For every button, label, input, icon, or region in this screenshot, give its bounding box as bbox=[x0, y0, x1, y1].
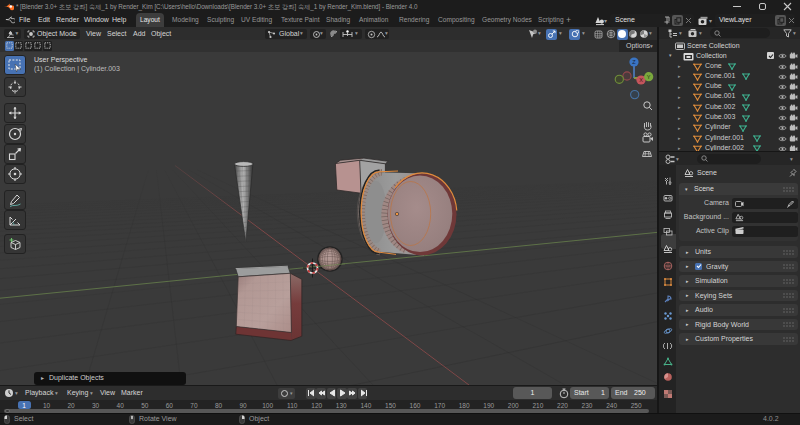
svg-text:X: X bbox=[639, 77, 643, 83]
svg-text:Y: Y bbox=[647, 74, 651, 80]
